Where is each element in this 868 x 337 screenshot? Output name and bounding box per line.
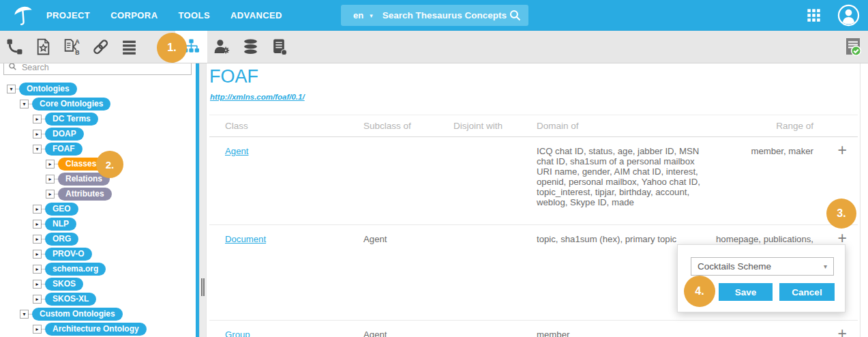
tree-node-skos[interactable]: SKOS [45, 278, 83, 291]
tree-node-attributes[interactable]: Attributes [58, 188, 112, 201]
annotation-step-4: 4. [684, 276, 715, 307]
tree-node-doap[interactable]: DOAP [45, 128, 84, 141]
save-button[interactable]: Save [719, 283, 773, 301]
tree-row: ▾Ontologies [0, 81, 196, 96]
scheme-select[interactable]: Cocktails Scheme ▾ [691, 257, 834, 276]
expand-toggle-icon[interactable]: ▸ [46, 190, 55, 199]
column-header-domain-of: Domain of [537, 121, 715, 131]
expand-toggle-icon[interactable]: ▸ [33, 295, 42, 304]
tree-node-core-ontologies[interactable]: Core Ontologies [32, 98, 110, 111]
bezier-connection-icon[interactable] [0, 31, 29, 63]
expand-toggle-icon[interactable]: ▸ [33, 205, 42, 214]
class-link-agent[interactable]: Agent [225, 146, 248, 156]
tree-row: ▸Relations [0, 171, 196, 186]
cell-range-of [715, 321, 818, 337]
expand-toggle-icon[interactable]: ▸ [33, 130, 42, 138]
tree-row: ▸DOAP [0, 126, 196, 141]
thesaurus-search-input[interactable] [381, 10, 509, 21]
user-avatar-icon[interactable] [837, 4, 860, 27]
cell-subclass-of: Agent [363, 321, 453, 337]
tree-row: ▸Architecture Ontology [0, 321, 196, 336]
tree-node-architecture-ontology[interactable]: Architecture Ontology [45, 323, 147, 336]
cell-subclass-of: Agent [363, 225, 453, 320]
ontology-url-link[interactable]: http://xmlns.com/foaf/0.1/ [210, 93, 305, 101]
tree-row: ▸NLP [0, 216, 196, 231]
cell-domain-of: ICQ chat ID, status, age, jabber ID, MSN… [537, 137, 715, 224]
tree-node-schema-org[interactable]: schema.org [45, 263, 106, 276]
tree-row: ▾FOAF [0, 141, 196, 156]
language-selector[interactable]: en [353, 10, 363, 20]
user-roles-icon[interactable] [207, 31, 236, 63]
table-header-row: ClassSubclass ofDisjoint withDomain ofRa… [209, 115, 858, 137]
document-compare-icon[interactable]: AB [57, 31, 86, 63]
database-icon[interactable] [236, 31, 265, 63]
class-link-document[interactable]: Document [225, 234, 266, 244]
collapse-toggle-icon[interactable]: ▾ [7, 85, 16, 93]
tree-node-dc-terms[interactable]: DC Terms [45, 113, 98, 126]
menu-item-tools[interactable]: TOOLS [178, 10, 210, 20]
expand-toggle-icon[interactable]: ▸ [33, 115, 42, 123]
cell-class: Group [209, 321, 363, 337]
module-toolbar: AB [0, 31, 868, 63]
cell-class: Document [209, 225, 363, 320]
tree-row: ▸Attributes [0, 186, 196, 201]
menu-item-project[interactable]: PROJECT [46, 10, 90, 20]
cancel-button[interactable]: Cancel [779, 283, 835, 301]
link-icon[interactable] [86, 31, 115, 63]
tree-node-nlp[interactable]: NLP [45, 218, 76, 231]
expand-toggle-icon[interactable]: ▸ [33, 220, 42, 229]
cell-domain-of: member [537, 321, 715, 337]
scheme-select-value: Cocktails Scheme [698, 261, 771, 272]
column-header-subclass-of: Subclass of [363, 121, 453, 131]
expand-toggle-icon[interactable]: ▸ [33, 250, 42, 259]
tree-row: ▸ORG [0, 231, 196, 246]
toolbar-left: AB [0, 31, 293, 63]
tree-row: ▸SKOS-XL [0, 291, 196, 306]
cell-subclass-of [363, 137, 453, 224]
expand-toggle-icon[interactable]: ▸ [33, 280, 42, 289]
concept-search-bar: en ▾ [341, 5, 528, 26]
cell-range-of: member, maker [715, 137, 818, 224]
expand-toggle-icon[interactable]: ▸ [33, 235, 42, 244]
tree-search-input[interactable] [20, 63, 187, 73]
tree-node-skos-xl[interactable]: SKOS-XL [45, 293, 96, 306]
repository-check-icon[interactable] [265, 31, 293, 63]
umbrella-logo-icon[interactable] [0, 2, 46, 28]
collapse-toggle-icon[interactable]: ▾ [20, 100, 29, 108]
add-relation-button[interactable]: + [818, 321, 858, 337]
quality-check-icon[interactable] [844, 31, 862, 63]
expand-toggle-icon[interactable]: ▸ [46, 160, 55, 168]
starred-document-icon[interactable] [29, 31, 57, 63]
expand-toggle-icon[interactable]: ▸ [33, 325, 42, 334]
topbar-menu: PROJECTCORPORATOOLSADVANCED [46, 10, 282, 20]
chevron-down-icon[interactable]: ▾ [370, 12, 373, 19]
tree-node-geo[interactable]: GEO [45, 203, 78, 216]
expand-toggle-icon[interactable]: ▸ [46, 175, 55, 184]
search-icon[interactable] [509, 9, 522, 22]
cell-disjoint-with [453, 321, 537, 337]
tree-search-box [3, 63, 192, 75]
expand-toggle-icon[interactable]: ▸ [33, 265, 42, 274]
svg-text:A: A [75, 38, 80, 45]
class-link-group[interactable]: Group [225, 329, 250, 337]
tree-node-custom-ontologies[interactable]: Custom Ontologies [32, 308, 123, 321]
menu-item-advanced[interactable]: ADVANCED [230, 10, 282, 20]
cell-class: Agent [209, 137, 363, 224]
collapse-toggle-icon[interactable]: ▾ [20, 310, 29, 319]
tree-row: ▾Core Ontologies [0, 96, 196, 111]
panel-splitter[interactable] [199, 63, 207, 337]
tree-node-foaf[interactable]: FOAF [45, 143, 83, 156]
tree-node-prov-o[interactable]: PROV-O [45, 248, 92, 261]
ontology-tree-panel: ▾Ontologies▾Core Ontologies▸DC Terms▸DOA… [0, 63, 196, 337]
column-header-class: Class [209, 121, 363, 131]
svg-text:B: B [75, 49, 79, 55]
collapse-toggle-icon[interactable]: ▾ [33, 145, 42, 153]
column-header-range-of: Range of [715, 121, 818, 131]
annotation-step-3: 3. [826, 199, 856, 229]
splitter-grip-icon[interactable] [201, 278, 205, 296]
menu-item-corpora[interactable]: CORPORA [110, 10, 158, 20]
tree-node-org[interactable]: ORG [45, 233, 78, 246]
list-icon[interactable] [115, 31, 143, 63]
tree-node-ontologies[interactable]: Ontologies [19, 83, 77, 96]
apps-grid-icon[interactable] [807, 8, 821, 23]
